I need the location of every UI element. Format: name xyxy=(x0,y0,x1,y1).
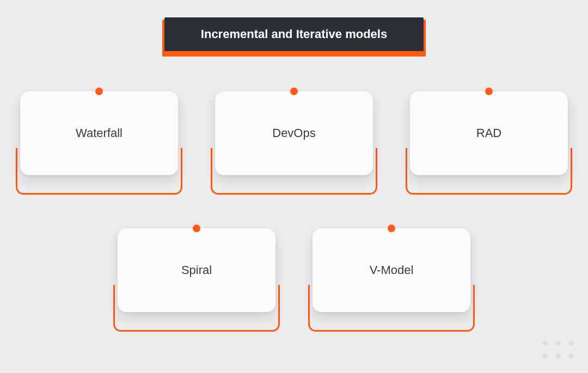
card-label: Waterfall xyxy=(76,126,122,140)
decorative-dots-icon xyxy=(542,340,576,361)
card-waterfall: Waterfall xyxy=(20,91,178,195)
card-devops: DevOps xyxy=(215,91,373,195)
dot-icon xyxy=(95,88,103,95)
card-box: RAD xyxy=(410,91,568,175)
card-box: Spiral xyxy=(118,228,275,312)
card-label: DevOps xyxy=(272,126,315,140)
card-spiral: Spiral xyxy=(118,228,275,332)
row-2: Spiral V-Model xyxy=(0,228,588,332)
card-rad: RAD xyxy=(410,91,568,195)
dot-icon xyxy=(193,225,200,232)
card-label: RAD xyxy=(476,126,501,140)
card-vmodel: V-Model xyxy=(313,228,470,332)
card-label: V-Model xyxy=(370,263,414,277)
dot-icon xyxy=(388,225,395,232)
card-box: V-Model xyxy=(313,228,470,312)
title-block: Incremental and Iterative models xyxy=(162,20,426,57)
dot-icon xyxy=(485,88,493,95)
card-box: Waterfall xyxy=(20,91,178,175)
row-1: Waterfall DevOps RAD xyxy=(0,91,588,195)
dot-icon xyxy=(290,88,298,95)
card-box: DevOps xyxy=(215,91,373,175)
page-title: Incremental and Iterative models xyxy=(164,17,424,51)
card-label: Spiral xyxy=(181,263,212,277)
